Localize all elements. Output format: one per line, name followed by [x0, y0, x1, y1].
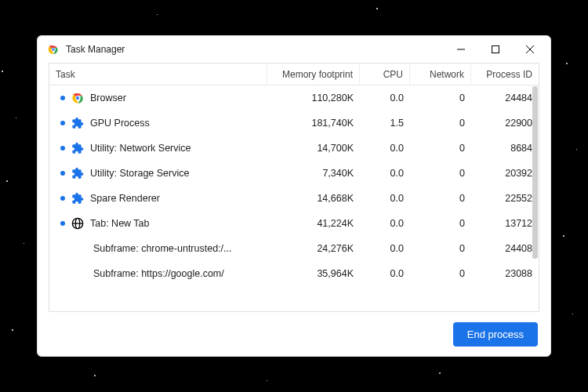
status-dot-icon [60, 221, 65, 226]
cell-memory: 41,224K [267, 218, 360, 229]
status-dot-icon [60, 196, 65, 201]
cell-memory: 181,740K [267, 118, 360, 129]
column-task[interactable]: Task [49, 64, 267, 85]
cell-memory: 14,700K [267, 143, 360, 154]
status-dot-icon [60, 121, 65, 125]
table-row[interactable]: Utility: Network Service14,700K0.008684 [49, 136, 539, 161]
cell-cpu: 0.0 [360, 168, 410, 179]
task-name: GPU Process [90, 118, 150, 129]
task-name: Browser [90, 93, 126, 103]
column-cpu[interactable]: CPU [360, 64, 410, 85]
task-name: Tab: New Tab [90, 218, 150, 229]
cell-pid: 22552 [471, 193, 539, 204]
cell-pid: 13712 [471, 218, 539, 229]
puzzle-icon [71, 142, 84, 154]
scrollbar[interactable] [532, 86, 538, 259]
column-pid[interactable]: Process ID [471, 64, 539, 85]
end-process-button[interactable]: End process [453, 322, 538, 347]
svg-rect-5 [492, 46, 499, 53]
puzzle-icon [71, 167, 84, 180]
task-name: Subframe: https://google.com/ [93, 268, 224, 279]
cell-cpu: 0.0 [360, 218, 410, 229]
task-manager-window: Task Manager Task Memory footprint CPU N… [37, 35, 551, 357]
cell-cpu: 0.0 [360, 243, 410, 254]
cell-cpu: 0.0 [360, 143, 410, 154]
chrome-icon [71, 92, 84, 104]
cell-network: 0 [410, 193, 471, 204]
task-name: Utility: Storage Service [90, 168, 189, 179]
table-row[interactable]: Spare Renderer14,668K0.0022552 [49, 186, 539, 211]
table-row[interactable]: Utility: Storage Service7,340K0.0020392 [49, 161, 539, 186]
cell-cpu: 0.0 [360, 93, 410, 103]
cell-memory: 24,276K [267, 243, 360, 254]
cell-network: 0 [410, 143, 471, 154]
table-body: Browser110,280K0.0024484GPU Process181,7… [49, 85, 539, 311]
status-dot-icon [60, 146, 65, 151]
table-row[interactable]: Tab: New Tab41,224K0.0013712 [49, 211, 539, 236]
cell-network: 0 [410, 118, 471, 129]
cell-pid: 23088 [471, 268, 539, 279]
svg-point-10 [76, 96, 79, 100]
status-dot-icon [60, 171, 65, 176]
task-name: Subframe: chrome-untrusted:/... [93, 243, 231, 254]
column-memory[interactable]: Memory footprint [267, 64, 360, 85]
cell-pid: 22900 [471, 118, 539, 129]
puzzle-icon [71, 192, 84, 205]
table-row[interactable]: Subframe: https://google.com/35,964K0.00… [49, 261, 539, 286]
window-title: Task Manager [66, 44, 444, 55]
cell-pid: 24408 [471, 243, 539, 254]
cell-pid: 24484 [471, 93, 539, 103]
cell-network: 0 [410, 268, 471, 279]
chrome-icon [47, 43, 60, 56]
cell-network: 0 [410, 243, 471, 254]
table-row[interactable]: Subframe: chrome-untrusted:/...24,276K0.… [49, 236, 539, 261]
column-network[interactable]: Network [410, 64, 471, 85]
cell-cpu: 1.5 [360, 118, 410, 129]
process-table: Task Memory footprint CPU Network Proces… [49, 63, 539, 312]
globe-icon [71, 217, 84, 230]
svg-point-3 [53, 49, 55, 51]
status-dot-icon [60, 96, 65, 100]
cell-network: 0 [410, 93, 471, 103]
cell-memory: 110,280K [267, 93, 360, 103]
table-row[interactable]: GPU Process181,740K1.5022900 [49, 111, 539, 136]
cell-memory: 14,668K [267, 193, 360, 204]
cell-network: 0 [410, 168, 471, 179]
titlebar[interactable]: Task Manager [38, 36, 550, 63]
footer: End process [38, 312, 550, 356]
cell-memory: 35,964K [267, 268, 360, 279]
minimize-button[interactable] [444, 38, 478, 61]
task-name: Utility: Network Service [90, 143, 191, 154]
cell-network: 0 [410, 218, 471, 229]
table-header: Task Memory footprint CPU Network Proces… [49, 64, 539, 85]
maximize-button[interactable] [478, 38, 513, 61]
puzzle-icon [71, 117, 84, 129]
table-row[interactable]: Browser110,280K0.0024484 [49, 85, 539, 111]
cell-pid: 20392 [471, 168, 539, 179]
close-button[interactable] [513, 38, 547, 61]
cell-cpu: 0.0 [360, 193, 410, 204]
task-name: Spare Renderer [90, 193, 160, 204]
cell-cpu: 0.0 [360, 268, 410, 279]
cell-pid: 8684 [471, 143, 539, 154]
cell-memory: 7,340K [267, 168, 360, 179]
